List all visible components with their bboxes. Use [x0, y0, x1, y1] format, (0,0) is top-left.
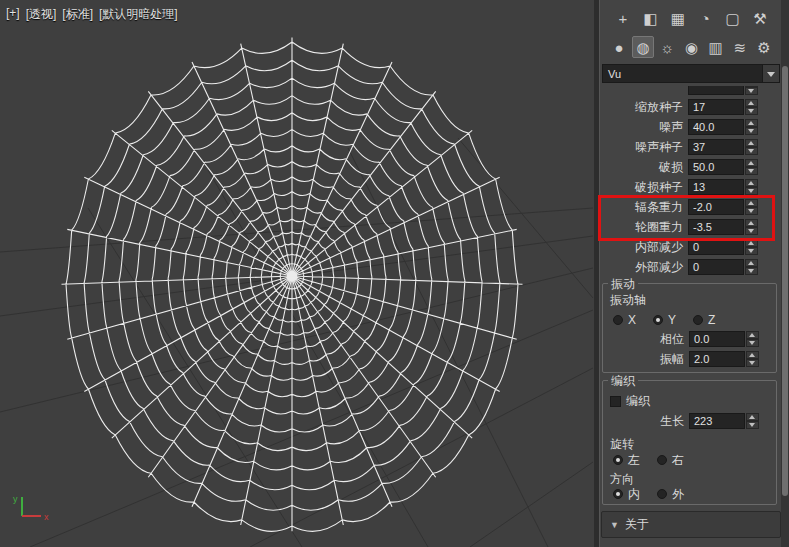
param-spinner[interactable]	[746, 351, 759, 367]
viewport-pov-menu[interactable]: [透视]	[26, 6, 57, 23]
display-tab-icon[interactable]: ▢	[722, 7, 744, 29]
about-rollout-header[interactable]: ▼ 关于	[601, 511, 781, 538]
param-spinner[interactable]	[745, 179, 758, 195]
param-label: 破损种子	[635, 179, 683, 196]
cameras-icon[interactable]: ◉	[680, 36, 702, 58]
create-tab-icon[interactable]: +	[612, 7, 634, 29]
vibration-axis-label: 振动轴	[610, 292, 646, 309]
shape-category-dropdown[interactable]: Vu	[602, 64, 780, 83]
param-label: 生长	[660, 413, 684, 430]
param-value-field[interactable]: 0	[688, 259, 744, 275]
param-spinner[interactable]	[745, 239, 758, 255]
geometry-icon[interactable]: ●	[608, 36, 630, 58]
param-spinner[interactable]	[746, 413, 759, 429]
param-row: 轮圈重力-3.5	[600, 217, 789, 237]
modify-tab-icon[interactable]: ◧	[639, 7, 661, 29]
radio-x[interactable]	[613, 315, 623, 325]
vibration-group-title: 振动	[608, 276, 638, 293]
systems-icon[interactable]: ⚙	[753, 36, 775, 58]
radio-label[interactable]: Z	[708, 313, 715, 327]
param-spinner[interactable]	[746, 331, 759, 347]
helpers-icon[interactable]: ▥	[705, 36, 727, 58]
command-panel: + ◧ ▦ ◔ ▢ ⚒ ● ◍ ☼ ◉ ▥ ≋ ⚙ Vu	[600, 0, 789, 547]
radio-左[interactable]	[613, 455, 623, 465]
param-label: 辐条重力	[635, 199, 683, 216]
vibration-group: 振动 振动轴 XYZ 相位0.0振幅2.0	[602, 283, 777, 373]
panel-scrollbar[interactable]	[781, 0, 789, 547]
hierarchy-tab-icon[interactable]: ▦	[667, 7, 689, 29]
param-value-field[interactable]	[688, 86, 744, 95]
param-row: 生长223	[603, 411, 778, 431]
chevron-down-icon[interactable]	[762, 65, 779, 82]
radio-y[interactable]	[653, 315, 663, 325]
param-value-field[interactable]: -2.0	[688, 199, 744, 215]
param-spinner[interactable]	[745, 219, 758, 235]
param-value-field[interactable]: 2.0	[689, 351, 745, 367]
radio-label[interactable]: Y	[668, 313, 676, 327]
param-row: 缩放种子17	[600, 97, 789, 117]
param-spinner[interactable]	[745, 99, 758, 115]
param-value-field[interactable]: -3.5	[688, 219, 744, 235]
param-value-field[interactable]: 50.0	[688, 159, 744, 175]
parameters-rollout: 缩放种子17噪声40.0噪声种子37破损50.0破损种子13辐条重力-2.0轮圈…	[600, 86, 789, 277]
param-spinner[interactable]	[745, 159, 758, 175]
param-row: 内部减少0	[600, 237, 789, 257]
param-row: 外部减少0	[600, 257, 789, 277]
param-label: 轮圈重力	[635, 219, 683, 236]
radio-label[interactable]: 右	[672, 452, 684, 469]
utilities-tab-icon[interactable]: ⚒	[749, 7, 771, 29]
param-row-clipped	[600, 86, 789, 97]
param-spinner[interactable]	[745, 139, 758, 155]
weave-checkbox[interactable]	[610, 396, 621, 407]
radio-label[interactable]: X	[628, 313, 636, 327]
viewport-shading-menu[interactable]: [默认明暗处理]	[99, 6, 178, 23]
weave-group-title: 编织	[608, 373, 638, 390]
param-value-field[interactable]: 223	[689, 413, 745, 429]
param-label: 振幅	[660, 351, 684, 368]
param-row: 振幅2.0	[603, 349, 778, 369]
weave-checkbox-row[interactable]: 编织	[610, 393, 662, 409]
param-label: 噪声种子	[635, 139, 683, 156]
lights-icon[interactable]: ☼	[656, 36, 678, 58]
param-value-field[interactable]: 0.0	[689, 331, 745, 347]
radio-内[interactable]	[613, 489, 623, 499]
weave-checkbox-label[interactable]: 编织	[626, 393, 650, 410]
param-label: 外部减少	[635, 259, 683, 276]
param-row: 噪声40.0	[600, 117, 789, 137]
radio-外[interactable]	[657, 489, 667, 499]
param-value-field[interactable]: 17	[688, 99, 744, 115]
param-spinner[interactable]	[745, 259, 758, 275]
param-label: 破损	[659, 159, 683, 176]
viewport-standard-menu[interactable]: [标准]	[62, 6, 93, 23]
param-spinner[interactable]	[745, 119, 758, 135]
radio-label[interactable]: 左	[628, 452, 640, 469]
viewport-general-menu[interactable]: [+]	[6, 6, 20, 23]
param-row: 破损50.0	[600, 157, 789, 177]
radio-label[interactable]: 内	[628, 486, 640, 503]
param-value-field[interactable]: 40.0	[688, 119, 744, 135]
motion-tab-icon[interactable]: ◔	[694, 7, 716, 29]
param-spinner[interactable]	[745, 199, 758, 215]
radio-label[interactable]: 外	[672, 486, 684, 503]
perspective-viewport[interactable]: xy [+] [透视] [标准] [默认明暗处理]	[0, 0, 594, 547]
shapes-icon[interactable]: ◍	[632, 36, 654, 58]
param-spinner[interactable]	[745, 86, 758, 95]
param-label: 缩放种子	[635, 99, 683, 116]
param-value-field[interactable]: 0	[688, 239, 744, 255]
param-value-field[interactable]: 37	[688, 139, 744, 155]
param-row: 破损种子13	[600, 177, 789, 197]
command-panel-tabs: + ◧ ▦ ◔ ▢ ⚒	[602, 4, 781, 32]
direction-radios: 内外	[613, 486, 696, 502]
viewport-menu: [+] [透视] [标准] [默认明暗处理]	[6, 6, 178, 23]
radio-z[interactable]	[693, 315, 703, 325]
space-warps-icon[interactable]: ≋	[729, 36, 751, 58]
svg-text:x: x	[44, 512, 49, 522]
param-value-field[interactable]: 13	[688, 179, 744, 195]
param-row: 辐条重力-2.0	[600, 197, 789, 217]
rotation-radios: 左右	[613, 452, 696, 468]
scrollbar-thumb[interactable]	[782, 66, 788, 496]
radio-右[interactable]	[657, 455, 667, 465]
param-label: 噪声	[659, 119, 683, 136]
svg-text:y: y	[13, 494, 18, 504]
weave-group: 编织 编织 生长223 旋转 左右 方向 内外	[602, 380, 777, 505]
